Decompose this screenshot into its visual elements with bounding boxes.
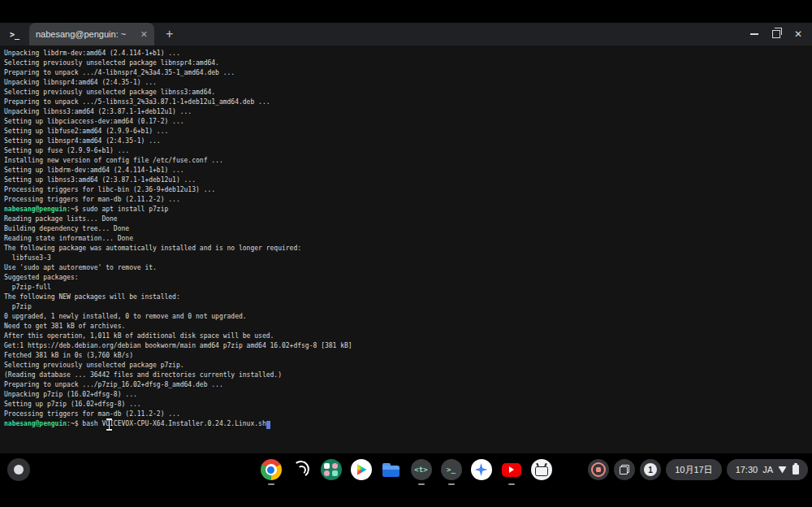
terminal-line: p7zip — [4, 302, 812, 312]
terminal-line: The following NEW packages will be insta… — [4, 292, 812, 302]
shelf-item-files[interactable] — [380, 459, 402, 481]
tab-nabesang-penguin[interactable]: nabesang@penguin: ~ ✕ — [29, 23, 154, 46]
terminal-line: Installing new version of config file /e… — [4, 156, 812, 166]
terminal-line: Building dependency tree... Done — [4, 224, 812, 234]
overlapping-windows-icon — [620, 465, 629, 474]
terminal-line: Setting up p7zip (16.02+dfsg-8) ... — [4, 400, 812, 410]
screen-record-indicator[interactable] — [588, 459, 609, 480]
terminal-line: Preparing to unpack .../p7zip_16.02+dfsg… — [4, 380, 812, 390]
wifi-icon — [778, 466, 787, 474]
terminal-icon: >_ — [441, 459, 462, 480]
terminal-line: Fetched 381 kB in 0s (3,760 kB/s) — [4, 351, 812, 361]
date-label: 10月17日 — [675, 464, 712, 476]
tab-close-icon[interactable]: ✕ — [140, 30, 148, 39]
chrome-icon — [261, 459, 282, 480]
terminal-line: Need to get 381 kB of archives. — [4, 322, 812, 332]
screencast-icon — [291, 459, 312, 480]
shelf-item-chrome[interactable] — [260, 459, 282, 481]
shelf-item-play-store[interactable] — [350, 459, 372, 481]
terminal-line: Selecting previously unselected package … — [4, 88, 812, 98]
text-editor-icon: <t> — [411, 459, 432, 480]
terminal-line: Reading state information... Done — [4, 234, 812, 244]
terminal-line: Setting up libdrm-dev:amd64 (2.4.114-1+b… — [4, 166, 812, 176]
terminal-line: Processing triggers for man-db (2.11.2-2… — [4, 410, 812, 419]
terminal-app-icon: >_ — [0, 30, 29, 39]
shelf-item-gemini[interactable] — [470, 459, 492, 481]
terminal-line: (Reading database ... 36442 files and di… — [4, 370, 812, 380]
screen-capture-tray-button[interactable] — [614, 459, 635, 480]
terminal-line: Use 'sudo apt autoremove' to remove it. — [4, 263, 812, 273]
shelf-item-screencast[interactable] — [290, 459, 312, 481]
terminal-line: libfuse3-3 — [4, 254, 812, 263]
terminal-line: Unpacking libdrm-dev:amd64 (2.4.114-1+b1… — [4, 49, 812, 58]
terminal-line: Setting up libfuse2:amd64 (2.9.9-6+b1) .… — [4, 127, 812, 136]
terminal-line: Preparing to unpack .../5-libnss3_2%3a3.… — [4, 98, 812, 107]
terminal-line: Setting up libnspr4:amd64 (2:4.35-1) ... — [4, 136, 812, 146]
battery-icon — [793, 465, 799, 474]
status-tray: 1 10月17日 17:30 JA — [588, 453, 808, 486]
chromeos-screen: { "window": { "terminal_badge": ">_", "t… — [0, 0, 812, 507]
terminal-line: Get:1 https://deb.debian.org/debian book… — [4, 341, 812, 351]
terminal-line: Setting up fuse (2.9.9-6+b1) ... — [4, 146, 812, 156]
files-folder-icon — [381, 459, 402, 480]
youtube-icon — [502, 463, 521, 477]
terminal-line: Unpacking libnss3:amd64 (2:3.87.1-1+deb1… — [4, 107, 812, 117]
terminal-line: Setting up libpciaccess-dev:amd64 (0.17-… — [4, 117, 812, 127]
play-store-icon — [351, 459, 372, 480]
status-area-pill[interactable]: 17:30 JA — [727, 459, 808, 480]
clock-label: 17:30 — [736, 465, 758, 474]
gemini-sparkle-icon — [471, 459, 492, 480]
notification-count: 1 — [644, 463, 657, 476]
new-tab-button[interactable]: + — [166, 28, 173, 41]
terminal-line: Processing triggers for man-db (2.11.2-2… — [4, 195, 812, 205]
tv-app-icon — [531, 459, 552, 480]
window-controls: ✕ — [750, 29, 812, 39]
terminal-line: Unpacking libnspr4:amd64 (2:4.35-1) ... — [4, 78, 812, 88]
terminal-line: Selecting previously unselected package … — [4, 361, 812, 370]
shelf-item-terminal[interactable]: >_ — [440, 459, 462, 481]
date-pill[interactable]: 10月17日 — [666, 459, 721, 480]
record-stop-icon — [591, 462, 606, 477]
notification-counter[interactable]: 1 — [640, 459, 661, 480]
terminal-line: The following package was automatically … — [4, 244, 812, 254]
terminal-output[interactable]: Unpacking libdrm-dev:amd64 (2.4.114-1+b1… — [0, 46, 812, 453]
terminal-line: 0 upgraded, 1 newly installed, 0 to remo… — [4, 312, 812, 322]
terminal-line: After this operation, 1,011 kB of additi… — [4, 332, 812, 341]
terminal-line: Preparing to unpack .../4-libnspr4_2%3a4… — [4, 68, 812, 78]
green-grid-app-icon — [321, 459, 342, 480]
running-indicator — [448, 483, 455, 485]
terminal-line: p7zip-full — [4, 283, 812, 292]
restore-button[interactable] — [772, 30, 780, 38]
terminal-line: Processing triggers for libc-bin (2.36-9… — [4, 185, 812, 195]
running-indicator — [418, 483, 425, 485]
shelf-item-green-grid-app[interactable] — [320, 459, 342, 481]
shelf-item-text-editor[interactable]: <t> — [410, 459, 432, 481]
close-window-button[interactable]: ✕ — [794, 29, 802, 39]
ime-indicator: JA — [762, 465, 773, 474]
terminal-window-titlebar: >_ nabesang@penguin: ~ ✕ + ✕ — [0, 23, 812, 46]
terminal-line: Reading package lists... Done — [4, 214, 812, 224]
shelf-item-tv-app[interactable] — [530, 459, 552, 481]
shelf-item-youtube[interactable] — [500, 459, 522, 481]
terminal-line: Suggested packages: — [4, 273, 812, 283]
mouse-cursor-ibeam — [106, 418, 113, 431]
shelf: <t> >_ 1 10月17日 17:30 JA — [0, 453, 812, 486]
terminal-line: nabesang@penguin:~$ bash VOICEVOX-CPU-X6… — [4, 419, 812, 429]
terminal-line: Unpacking p7zip (16.02+dfsg-8) ... — [4, 390, 812, 400]
tab-title: nabesang@penguin: ~ — [36, 29, 136, 39]
terminal-line: Setting up libnss3:amd64 (2:3.87.1-1+deb… — [4, 176, 812, 185]
running-indicator — [508, 483, 515, 485]
terminal-line: nabesang@penguin:~$ sudo apt install p7z… — [4, 205, 812, 214]
minimize-button[interactable] — [750, 33, 758, 35]
running-indicator — [268, 483, 274, 485]
terminal-line: Selecting previously unselected package … — [4, 58, 812, 68]
